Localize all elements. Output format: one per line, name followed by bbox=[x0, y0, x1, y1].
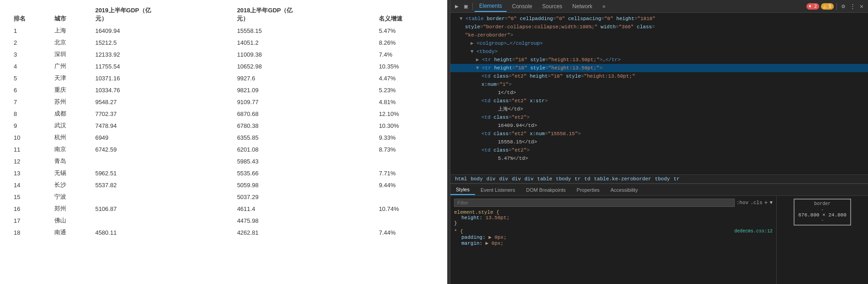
style-tab-dom-breakpoints[interactable]: DOM Breakpoints bbox=[521, 185, 571, 195]
filter-plus[interactable]: + bbox=[764, 200, 768, 206]
col-rank: 排名 bbox=[9, 5, 50, 25]
tab-elements[interactable]: Elements bbox=[475, 1, 507, 12]
filter-input[interactable] bbox=[454, 199, 735, 207]
cell-city: 上海 bbox=[50, 25, 90, 37]
dom-line[interactable]: style="border-collapse:collapse;width:10… bbox=[450, 23, 868, 31]
dom-line[interactable]: <td class="et2"> bbox=[450, 113, 868, 121]
cell-rank: 5 bbox=[9, 72, 50, 84]
dom-line[interactable]: "ke-zeroborder"> bbox=[450, 31, 868, 39]
dom-line[interactable]: 16409.94</td> bbox=[450, 121, 868, 130]
dom-line[interactable]: ▶ <colgroup>…</colgroup> bbox=[450, 39, 868, 47]
styles-right: border - 676.800 × 24.800 - bbox=[777, 196, 868, 284]
cell-gdp2018: 5059.98 bbox=[232, 179, 374, 191]
dom-line[interactable]: ▼ <tbody> bbox=[450, 47, 868, 56]
cell-gdp2018: 5985.43 bbox=[232, 155, 374, 167]
cell-gdp2018: 5037.29 bbox=[232, 191, 374, 203]
box-model-dash1: - bbox=[821, 207, 824, 212]
style-value: 13.50pt; bbox=[486, 215, 510, 221]
table-row: 11南京6742.596201.088.73% bbox=[9, 143, 438, 155]
cell-rank: 18 bbox=[9, 226, 50, 238]
table-row: 16郑州5106.874611.410.74% bbox=[9, 203, 438, 215]
style-selector: element.style { bbox=[454, 210, 499, 215]
dom-line[interactable]: 15558.15</td> bbox=[450, 138, 868, 146]
breadcrumb-item-div[interactable]: div bbox=[498, 176, 509, 182]
dom-line[interactable]: <td class="et2"> bbox=[450, 146, 868, 154]
cell-growth bbox=[374, 191, 438, 203]
breadcrumb-item-tbody[interactable]: tbody bbox=[555, 176, 572, 182]
filter-expand[interactable]: ▼ bbox=[769, 200, 773, 205]
breadcrumb-item-tr[interactable]: tr bbox=[673, 176, 680, 182]
cell-rank: 9 bbox=[9, 120, 50, 131]
tab-more[interactable]: » bbox=[598, 1, 610, 11]
style-rules-container: element.style { height: 13.50pt; } * {de… bbox=[454, 210, 773, 246]
style-tab-styles[interactable]: Styles bbox=[450, 185, 475, 195]
col-city: 城市 bbox=[50, 5, 90, 25]
cell-gdp2018: 6870.68 bbox=[232, 108, 374, 120]
col-gdp2019: 2019上半年GDP（亿元） bbox=[91, 5, 233, 25]
breadcrumb-item-table[interactable]: table bbox=[536, 176, 553, 182]
dom-line[interactable]: ▼ <tr height="18" style="height:13.50pt;… bbox=[450, 64, 868, 72]
table-row: 3深圳12133.9211009.387.4% bbox=[9, 48, 438, 60]
table-row: 4广州11755.5410652.9810.35% bbox=[9, 60, 438, 72]
dom-line[interactable]: <td class="et2" height="18" style="heigh… bbox=[450, 72, 868, 80]
dom-line[interactable]: <td class="et2" x:num="15558.15"> bbox=[450, 130, 868, 138]
cell-gdp2018: 6355.85 bbox=[232, 131, 374, 143]
dom-line[interactable]: ▼ <table border="0" cellpadding="0" cell… bbox=[450, 15, 868, 23]
breadcrumb-item-td[interactable]: td bbox=[583, 176, 591, 182]
close-icon[interactable]: ✕ bbox=[857, 2, 866, 11]
dom-line[interactable]: x:num="1"> bbox=[450, 80, 868, 89]
cell-gdp2018: 6201.08 bbox=[232, 143, 374, 155]
box-model-label: border bbox=[814, 201, 831, 206]
dom-line[interactable]: 1</td> bbox=[450, 89, 868, 97]
settings-icon[interactable]: ⚙ bbox=[839, 2, 848, 11]
box-model-dash2: - bbox=[821, 218, 824, 223]
cell-city: 深圳 bbox=[50, 48, 90, 60]
cell-gdp2019: 9548.27 bbox=[91, 96, 233, 108]
style-link[interactable]: dedecms.css:12 bbox=[734, 229, 773, 234]
table-body: 1上海16409.9415558.155.47%2北京15212.514051.… bbox=[9, 25, 438, 238]
cell-city: 南京 bbox=[50, 143, 90, 155]
cell-gdp2018: 4262.81 bbox=[232, 226, 374, 238]
cell-growth: 7.4% bbox=[374, 48, 438, 60]
cell-rank: 7 bbox=[9, 96, 50, 108]
table-row: 2北京15212.514051.28.26% bbox=[9, 37, 438, 48]
cell-gdp2019: 6742.59 bbox=[91, 143, 233, 155]
filter-hov[interactable]: :hov bbox=[737, 200, 748, 205]
table-row: 6重庆10334.769821.095.23% bbox=[9, 84, 438, 96]
style-tab-properties[interactable]: Properties bbox=[571, 185, 605, 195]
more-icon[interactable]: ⋮ bbox=[848, 2, 857, 11]
cell-rank: 14 bbox=[9, 179, 50, 191]
cell-gdp2019: 11755.54 bbox=[91, 60, 233, 72]
cell-gdp2018: 5535.66 bbox=[232, 167, 374, 179]
col-gdp2018: 2018上半年GDP（亿元） bbox=[232, 5, 374, 25]
tab-console[interactable]: Console bbox=[507, 1, 537, 11]
cell-gdp2018: 9927.6 bbox=[232, 72, 374, 84]
cell-city: 宁波 bbox=[50, 191, 90, 203]
cell-gdp2018: 4475.98 bbox=[232, 215, 374, 226]
dom-line[interactable]: 上海</td> bbox=[450, 105, 868, 113]
cell-rank: 1 bbox=[9, 25, 50, 37]
breadcrumb-item-div[interactable]: div bbox=[523, 176, 534, 182]
inspect-icon[interactable]: ▶ bbox=[452, 2, 461, 11]
breadcrumb-item-div[interactable]: div bbox=[511, 176, 522, 182]
device-icon[interactable]: ▣ bbox=[461, 2, 471, 11]
style-tab-accessibility[interactable]: Accessibility bbox=[605, 185, 643, 195]
breadcrumb-item-body[interactable]: body bbox=[470, 176, 483, 182]
cell-growth: 5.47% bbox=[374, 25, 438, 37]
dom-line[interactable]: 5.47%</td> bbox=[450, 154, 868, 163]
breadcrumb-item-tbody[interactable]: tbody bbox=[654, 176, 671, 182]
tab-network[interactable]: Network bbox=[568, 1, 597, 11]
cell-city: 武汉 bbox=[50, 120, 90, 131]
breadcrumb-item-html[interactable]: html bbox=[454, 176, 468, 182]
cell-rank: 6 bbox=[9, 84, 50, 96]
dom-line[interactable]: ▶ <tr height="18" style="height:13.50pt;… bbox=[450, 56, 868, 64]
breadcrumb-item-tr[interactable]: tr bbox=[574, 176, 581, 182]
cell-city: 苏州 bbox=[50, 96, 90, 108]
dom-line[interactable]: <td class="et2" x:str> bbox=[450, 97, 868, 105]
style-tab-event-listeners[interactable]: Event Listeners bbox=[475, 185, 521, 195]
filter-cls[interactable]: .cls bbox=[750, 200, 762, 205]
tab-sources[interactable]: Sources bbox=[538, 1, 567, 11]
breadcrumb-item-div[interactable]: div bbox=[486, 176, 497, 182]
style-prop-padding: padding bbox=[461, 235, 482, 240]
breadcrumb-item-table.ke-zeroborder[interactable]: table.ke-zeroborder bbox=[593, 176, 652, 182]
